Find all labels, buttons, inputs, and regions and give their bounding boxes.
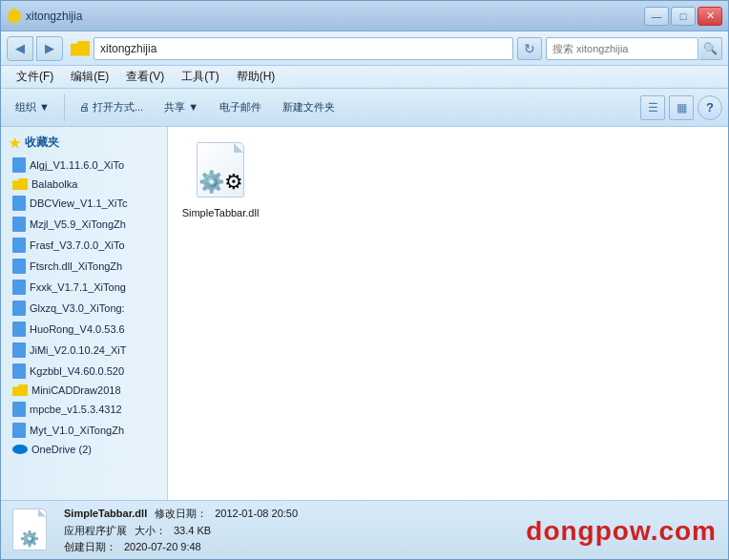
sidebar-item-onedrive[interactable]: OneDrive (2): [1, 441, 167, 458]
search-input[interactable]: [546, 37, 698, 60]
main-area: ★ 收藏夹 Algj_V1.11.6.0_XiTo Balabolka DBCV…: [1, 127, 728, 500]
status-file-doc-shape: ⚙️: [12, 508, 47, 550]
menu-help[interactable]: 帮助(H): [229, 67, 283, 87]
status-filename: SimpleTabbar.dll: [64, 506, 147, 523]
zip-icon: [12, 238, 26, 253]
window-icon: [7, 9, 22, 24]
new-folder-label: 新建文件夹: [282, 100, 335, 114]
status-type-label: 应用程序扩展: [64, 523, 127, 540]
close-button[interactable]: ✕: [698, 7, 722, 26]
open-with-button[interactable]: 🖨 打开方式...: [71, 92, 152, 124]
minimize-button[interactable]: —: [644, 7, 669, 26]
organize-label: 组织 ▼: [15, 100, 50, 114]
file-name-label: SimpleTabbar.dll: [181, 207, 260, 218]
dll-file-icon: ⚙️⚙: [190, 142, 251, 203]
status-gears-icon: ⚙️: [20, 529, 39, 548]
status-bar: ⚙️ SimpleTabbar.dll 修改日期： 2012-01-08 20:…: [1, 500, 728, 560]
zip-icon: [12, 157, 26, 173]
zip-icon: [12, 342, 26, 358]
menu-tools[interactable]: 工具(T): [174, 67, 226, 87]
toolbar-separator-1: [64, 94, 65, 121]
menu-bar: 文件(F) 编辑(E) 查看(V) 工具(T) 帮助(H): [1, 66, 728, 89]
sidebar-item-frasf[interactable]: Frasf_V3.7.0.0_XiTo: [1, 235, 167, 256]
file-area: ⚙️⚙ SimpleTabbar.dll: [168, 127, 728, 500]
status-file-icon: ⚙️: [12, 508, 51, 554]
zip-icon: [12, 196, 26, 211]
status-type-line: 应用程序扩展 大小： 33.4 KB: [64, 523, 512, 540]
zip-icon: [12, 402, 26, 417]
zip-icon: [12, 259, 26, 274]
sidebar-item-balabolka[interactable]: Balabolka: [1, 176, 167, 193]
sidebar-item-fxxk[interactable]: Fxxk_V1.7.1_XiTong: [1, 277, 167, 298]
sidebar-item-jimi[interactable]: JiMi_V2.0.10.24_XiT: [1, 340, 167, 361]
sidebar-item-algj[interactable]: Algj_V1.11.6.0_XiTo: [1, 155, 167, 176]
sidebar: ★ 收藏夹 Algj_V1.11.6.0_XiTo Balabolka DBCV…: [1, 127, 168, 500]
status-info: SimpleTabbar.dll 修改日期： 2012-01-08 20:50 …: [64, 506, 512, 556]
favorites-label: 收藏夹: [25, 135, 59, 151]
folder-icon: [71, 41, 90, 56]
sidebar-item-kgzbbl[interactable]: Kgzbbl_V4.60.0.520: [1, 361, 167, 382]
view-dropdown-button[interactable]: ☰: [640, 95, 665, 120]
menu-file[interactable]: 文件(F): [9, 67, 61, 87]
forward-button[interactable]: ▶: [36, 36, 63, 61]
sidebar-item-minicad[interactable]: MiniCADDraw2018: [1, 382, 167, 399]
refresh-button[interactable]: ↻: [517, 37, 542, 60]
status-name-line: SimpleTabbar.dll 修改日期： 2012-01-08 20:50: [64, 506, 512, 523]
status-created-value: 2020-07-20 9:48: [124, 539, 201, 556]
status-modified-value: 2012-01-08 20:50: [215, 506, 298, 523]
share-label: 共享 ▼: [164, 100, 198, 114]
file-doc-shape: ⚙️⚙: [197, 142, 244, 197]
help-button[interactable]: ?: [698, 95, 722, 120]
window-controls: — □ ✕: [644, 7, 722, 26]
sidebar-item-glxzq[interactable]: Glxzq_V3.0_XiTong:: [1, 298, 167, 319]
email-label: 电子邮件: [219, 100, 261, 114]
zip-icon: [12, 321, 26, 337]
zip-icon: [12, 363, 26, 379]
address-bar: ◀ ▶ ↻ 🔍: [1, 31, 728, 66]
organize-button[interactable]: 组织 ▼: [7, 92, 58, 124]
folder-icon: [12, 178, 28, 190]
open-label: 🖨 打开方式...: [79, 100, 143, 114]
back-button[interactable]: ◀: [7, 36, 33, 61]
sidebar-item-mpcbe[interactable]: mpcbe_v1.5.3.4312: [1, 399, 167, 420]
search-button[interactable]: 🔍: [699, 37, 722, 60]
status-size-value: 33.4 KB: [174, 523, 211, 540]
title-bar: xitongzhijia — □ ✕: [1, 1, 728, 31]
menu-view[interactable]: 查看(V): [118, 67, 172, 87]
gears-icon: ⚙️⚙: [198, 170, 243, 195]
file-simpletabbar[interactable]: ⚙️⚙ SimpleTabbar.dll: [177, 136, 263, 224]
window-title: xitongzhijia: [26, 10, 82, 23]
zip-icon: [12, 280, 26, 295]
new-folder-button[interactable]: 新建文件夹: [274, 92, 344, 124]
sidebar-item-dbcview[interactable]: DBCView_V1.1_XiTc: [1, 193, 167, 214]
zip-icon: [12, 423, 26, 438]
status-created-line: 创建日期： 2020-07-20 9:48: [64, 539, 512, 556]
zip-icon: [12, 301, 26, 316]
status-size-label: 大小：: [135, 523, 166, 540]
status-created-label: 创建日期：: [64, 539, 116, 556]
share-button[interactable]: 共享 ▼: [156, 92, 207, 124]
menu-edit[interactable]: 编辑(E): [63, 67, 116, 87]
email-button[interactable]: 电子邮件: [211, 92, 270, 124]
zip-icon: [12, 217, 26, 232]
address-input[interactable]: [94, 37, 513, 60]
sidebar-item-myt[interactable]: Myt_V1.0_XiTongZh: [1, 420, 167, 441]
star-icon: ★: [9, 135, 21, 151]
sidebar-item-ftsrch[interactable]: Ftsrch.dll_XiTongZh: [1, 256, 167, 277]
folder-icon: [12, 384, 28, 396]
favorites-section[interactable]: ★ 收藏夹: [1, 131, 167, 155]
toolbar-right: ☰ ▦ ?: [640, 95, 722, 120]
watermark: dongpow.com: [526, 516, 717, 547]
title-bar-left: xitongzhijia: [7, 9, 82, 24]
onedrive-icon: [12, 445, 28, 454]
sidebar-item-huorong[interactable]: HuoRong_V4.0.53.6: [1, 319, 167, 340]
sidebar-item-mzjl[interactable]: Mzjl_V5.9_XiTongZh: [1, 214, 167, 235]
toolbar: 组织 ▼ 🖨 打开方式... 共享 ▼ 电子邮件 新建文件夹 ☰ ▦ ?: [1, 89, 728, 127]
view-grid-button[interactable]: ▦: [669, 95, 694, 120]
status-modified-label: 修改日期：: [155, 506, 207, 523]
maximize-button[interactable]: □: [671, 7, 696, 26]
